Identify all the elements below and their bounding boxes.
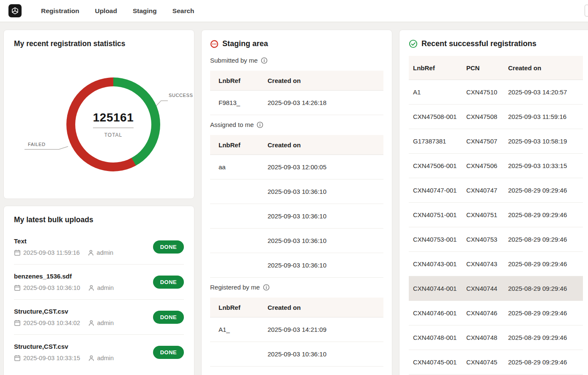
cell-lnbref: CXN40745-001: [409, 358, 466, 366]
cell-lnbref: CXN40751-001: [409, 211, 466, 218]
upload-file-name: Structure,CST.csv: [14, 343, 114, 350]
donut-total-value: 125161: [93, 111, 134, 124]
staging-row[interactable]: 2025-09-03 10:36:10: [210, 342, 383, 367]
info-icon[interactable]: [257, 121, 263, 128]
upload-info: Structure,CST.csv 2025-09-03 10:3: [14, 343, 114, 361]
donut-divider: [93, 127, 134, 128]
staging-row[interactable]: F9813_ 2025-09-03 14:26:18: [210, 91, 383, 115]
registrations-title: Recent successful registrations: [421, 39, 536, 48]
column-header-created: Created on: [508, 64, 583, 72]
donut-center: 125161 TOTAL: [75, 86, 151, 163]
upload-meta: 2025-09-03 10:34:02 admin: [14, 320, 114, 326]
upload-date: 2025-09-03 10:33:15: [23, 355, 80, 361]
registration-row[interactable]: CXN40744-001 CXN40744 2025-08-29 09:29:4…: [409, 276, 583, 301]
column-header-created: Created on: [268, 141, 383, 149]
section-label-text: Registered by me: [210, 284, 260, 291]
staging-row[interactable]: 2025-09-03 10:36:10: [210, 179, 383, 204]
staging-row[interactable]: 2025-09-03 10:36:10: [210, 253, 383, 278]
registration-row[interactable]: G17387381 CXN47507 2025-09-03 10:58:19: [409, 129, 583, 154]
bulk-upload-item[interactable]: Structure,CST.csv 2025-09-03 10:3: [14, 335, 184, 369]
section-label-text: Submitted by me: [210, 57, 258, 64]
user-icon: [88, 284, 95, 291]
cell-lnbref: F9813_: [210, 99, 268, 106]
cell-lnbref: G17387381: [409, 138, 466, 145]
staging-title-row: Staging area: [210, 39, 383, 48]
nav-item[interactable]: Staging: [133, 7, 157, 15]
cell-pcn: CXN47508: [466, 113, 508, 120]
cell-created: 2025-09-03 10:36:10: [268, 350, 383, 358]
registrations-table: LnbRef PCN Created on A1 CXN47510 2025-0…: [409, 56, 583, 375]
cell-lnbref: CXN40746-001: [409, 309, 466, 317]
bulk-upload-item[interactable]: Text 2025-09-03 11:59:16: [14, 229, 184, 265]
upload-status-badge[interactable]: DONE: [153, 311, 184, 324]
cell-pcn: CXN40747: [466, 187, 508, 194]
upload-status-badge[interactable]: DONE: [153, 276, 184, 289]
registration-row[interactable]: CXN47508-001 CXN47508 2025-09-03 11:59:1…: [409, 105, 583, 129]
cell-created: 2025-08-29 09:29:46: [508, 211, 583, 218]
registration-row[interactable]: A1 CXN47510 2025-09-03 14:20:57: [409, 80, 583, 105]
main-nav: Registration Upload Staging Search: [41, 7, 194, 15]
calendar-icon: [14, 355, 21, 361]
upload-meta: 2025-09-03 11:59:16 admin: [14, 249, 113, 256]
column-header-lnbref: LnbRef: [210, 304, 268, 311]
staging-row[interactable]: 2025-09-03 10:36:10: [210, 229, 383, 253]
upload-info: Text 2025-09-03 11:59:16: [14, 237, 113, 256]
registration-row[interactable]: CXN40746-001 CXN40746 2025-08-29 09:29:4…: [409, 301, 583, 325]
table-body: A1_ 2025-09-03 14:21:09 2025-09-03 10:36…: [210, 317, 383, 367]
cell-pcn: CXN47507: [466, 138, 508, 145]
staging-row[interactable]: 2025-09-03 10:36:10: [210, 204, 383, 229]
stats-card-title: My recent registration statistics: [14, 39, 184, 48]
cell-pcn: CXN47506: [466, 162, 508, 169]
registration-row[interactable]: CXN40748-001 CXN40748 2025-08-29 09:29:4…: [409, 325, 583, 350]
registration-row[interactable]: CXN40751-001 CXN40751 2025-08-29 09:29:4…: [409, 203, 583, 227]
staging-icon: [210, 40, 219, 48]
registration-row[interactable]: CXN40745-001 CXN40745 2025-08-29 09:29:4…: [409, 350, 583, 375]
cell-created: 2025-09-03 14:26:18: [268, 99, 383, 106]
cell-created: 2025-08-29 09:29:46: [508, 260, 583, 267]
column-header-created: Created on: [268, 77, 383, 84]
donut-success-label: SUCCESS: [169, 93, 193, 98]
staging-section-submitted-label: Submitted by me: [210, 57, 383, 64]
cell-created: 2025-09-03 10:58:19: [508, 138, 583, 145]
staging-section-registered-label: Registered by me: [210, 284, 383, 291]
info-icon[interactable]: [263, 284, 270, 291]
upload-info: benzenes_1536.sdf 2025-09-03 10:3: [14, 273, 114, 291]
cell-created: 2025-08-29 09:29:46: [508, 285, 583, 292]
registration-row[interactable]: CXN40747-001 CXN40747 2025-08-29 09:29:4…: [409, 178, 583, 203]
bulk-uploads-title: My latest bulk uploads: [14, 215, 184, 224]
upload-user: admin: [97, 249, 114, 256]
nav-search-input[interactable]: [585, 5, 588, 17]
bulk-upload-item[interactable]: benzenes_1536.sdf 2025-09-03 10:3: [14, 265, 184, 300]
table-header: LnbRef Created on: [210, 71, 383, 91]
staging-row[interactable]: aa 2025-09-03 12:00:05: [210, 155, 383, 179]
nav-item[interactable]: Upload: [95, 7, 117, 15]
upload-file-name: Text: [14, 237, 113, 245]
cell-created: 2025-08-29 09:29:46: [508, 334, 583, 341]
column-header-lnbref: LnbRef: [210, 141, 268, 149]
upload-meta: 2025-09-03 10:36:10 admin: [14, 284, 114, 291]
calendar-icon: [14, 284, 21, 291]
nav-item[interactable]: Search: [172, 7, 194, 15]
dashboard-page: Registration Upload Staging Search My re…: [0, 0, 588, 375]
cell-pcn: CXN40751: [466, 211, 508, 218]
cell-created: 2025-09-03 12:00:05: [268, 163, 383, 171]
staging-row[interactable]: A1_ 2025-09-03 14:21:09: [210, 317, 383, 342]
nav-item[interactable]: Registration: [41, 7, 79, 15]
registration-row[interactable]: CXN40753-001 CXN40753 2025-08-29 09:29:4…: [409, 227, 583, 252]
calendar-icon: [14, 320, 21, 326]
registration-row[interactable]: CXN47506-001 CXN47506 2025-09-03 10:33:1…: [409, 154, 583, 178]
app-logo-icon[interactable]: [8, 4, 22, 17]
table-body: A1 CXN47510 2025-09-03 14:20:57 CXN47508…: [409, 80, 583, 375]
cell-created: 2025-09-03 10:36:10: [268, 237, 383, 244]
staging-title: Staging area: [222, 39, 268, 48]
cell-created: 2025-09-03 11:59:16: [508, 113, 583, 120]
upload-status-badge[interactable]: DONE: [153, 346, 184, 359]
info-icon[interactable]: [261, 57, 268, 64]
bulk-upload-item[interactable]: Structure,CST.csv 2025-09-03 10:3: [14, 300, 184, 335]
registration-stats-card: My recent registration statistics 125161…: [3, 30, 194, 199]
cell-created: 2025-09-03 14:20:57: [508, 88, 583, 96]
upload-status-badge[interactable]: DONE: [153, 240, 184, 254]
check-circle-icon: [409, 39, 418, 48]
registration-row[interactable]: CXN40743-001 CXN40743 2025-08-29 09:29:4…: [409, 252, 583, 276]
cell-pcn: CXN40744: [466, 285, 508, 292]
